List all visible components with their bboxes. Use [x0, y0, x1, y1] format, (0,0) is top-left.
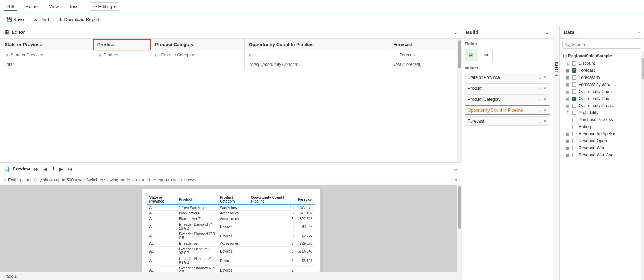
- data-item[interactable]: Σ Probability: [560, 109, 641, 116]
- data-item-checkbox[interactable]: [572, 89, 576, 94]
- save-button[interactable]: 💾 Save: [4, 16, 26, 23]
- col-header-forecast[interactable]: Forecast: [389, 39, 462, 50]
- preview-table-cell: E-reader Diamond 7" 16 GB: [177, 222, 218, 231]
- value-item[interactable]: Product Category ⌄ ✕: [465, 94, 550, 104]
- data-item-checkbox[interactable]: [572, 125, 576, 129]
- data-item[interactable]: Purchase Process: [560, 116, 641, 123]
- data-item[interactable]: ▦ Forecast: [560, 67, 641, 74]
- data-item-label: Opportunity Count: [579, 89, 613, 94]
- value-item[interactable]: Product ⌄ ✕: [465, 83, 550, 93]
- data-item-checkbox[interactable]: [572, 104, 576, 108]
- close-icon[interactable]: ✕: [543, 97, 547, 102]
- data-item-checkbox[interactable]: [572, 97, 576, 101]
- data-item[interactable]: ▦ Forecast %: [560, 74, 641, 81]
- preview-title: Preview: [13, 166, 30, 172]
- preview-scrollbar[interactable]: [457, 185, 462, 272]
- value-item[interactable]: Opportunity Count In Pipeline ⌄ ✕: [465, 105, 550, 115]
- data-search-box[interactable]: 🔍: [562, 41, 641, 49]
- download-button[interactable]: ⬇ Download Report: [57, 16, 101, 23]
- data-item-checkbox[interactable]: [572, 111, 576, 115]
- editor-table-scroll[interactable]: State or Province Product Product Catego…: [0, 39, 462, 162]
- data-expand-icon[interactable]: »: [637, 30, 640, 35]
- data-item[interactable]: ▦ Revenue Open: [560, 137, 641, 144]
- data-item-checkbox[interactable]: [572, 139, 576, 143]
- chevron-down-icon[interactable]: ⌄: [538, 97, 542, 102]
- cell-category: ⊞ Product Category: [151, 50, 244, 60]
- editing-button[interactable]: ✏ Editing ▾: [90, 2, 120, 11]
- menu-view[interactable]: View: [46, 2, 62, 11]
- preview-table-cell: 5: [249, 231, 296, 241]
- editor-scrollbar[interactable]: [457, 39, 462, 162]
- value-item-label: Forecast: [468, 119, 484, 124]
- menu-file[interactable]: File: [4, 2, 17, 11]
- data-item[interactable]: ▦ Revenue Won: [560, 144, 641, 151]
- print-button[interactable]: 🖨 Print: [32, 16, 51, 23]
- data-item-checkbox[interactable]: [572, 75, 576, 80]
- info-close-icon[interactable]: ✕: [454, 178, 458, 182]
- col-header-state[interactable]: State or Province: [0, 39, 93, 50]
- field-type-icon: ▦: [565, 97, 570, 101]
- search-input[interactable]: [572, 42, 639, 47]
- preview-table-cell: E-reader Diamond 7" 8 GB: [177, 231, 218, 241]
- table-field-icon[interactable]: ⊞: [465, 49, 477, 61]
- data-item[interactable]: ▦ Forecast by Win/L...: [560, 81, 641, 88]
- prev-page-button[interactable]: ◀: [42, 166, 49, 173]
- editor-title: Editor: [12, 30, 25, 35]
- data-scrollbar[interactable]: [641, 51, 644, 280]
- value-item-actions: ⌄ ✕: [538, 86, 547, 91]
- data-item-checkbox[interactable]: [572, 61, 576, 66]
- data-item[interactable]: Σ Discount: [560, 60, 641, 67]
- preview-table-cell: Accessories: [218, 211, 249, 216]
- chevron-down-icon[interactable]: ⌄: [538, 75, 542, 80]
- menu-home[interactable]: Home: [23, 2, 40, 11]
- edit-field-icon[interactable]: ✏: [480, 49, 493, 61]
- preview-collapse-icon[interactable]: ⌄: [453, 166, 458, 172]
- next-page-button[interactable]: ▶: [58, 166, 65, 173]
- preview-table-cell: Accessories: [218, 241, 249, 247]
- preview-table-row: AL1 Year WarrantyWarranties13$77,673: [147, 205, 315, 211]
- editor-panel: ⊞ Editor ⌄ State or Province: [0, 26, 462, 280]
- last-page-button[interactable]: ⏭: [66, 166, 74, 173]
- values-label: Values: [465, 66, 550, 70]
- value-item[interactable]: Forecast ⌄ ✕: [465, 116, 550, 126]
- data-item-checkbox[interactable]: [572, 132, 576, 136]
- preview-table-row: ALE-reader Platinum 8" 32 GBDevices9$114…: [147, 247, 315, 256]
- close-icon[interactable]: ✕: [543, 75, 547, 80]
- col-header-product[interactable]: Product: [93, 39, 151, 50]
- field-type-icon: ▦: [565, 139, 570, 143]
- menu-insert[interactable]: Insert: [67, 2, 84, 11]
- data-item[interactable]: ▦ Opportunity Crea...: [560, 102, 641, 109]
- col-header-category[interactable]: Product Category: [151, 39, 244, 50]
- data-item[interactable]: ▦ Revenue In Pipeline: [560, 130, 641, 137]
- data-item-checkbox[interactable]: [572, 68, 576, 73]
- preview-table-cell: AL: [147, 205, 177, 211]
- data-item-checkbox[interactable]: [572, 146, 576, 150]
- close-icon[interactable]: ✕: [543, 107, 547, 113]
- data-item-checkbox[interactable]: [572, 82, 576, 87]
- data-item[interactable]: Rating: [560, 123, 641, 130]
- value-item[interactable]: State or Province ⌄ ✕: [465, 73, 550, 82]
- field-type-icon: ▦: [565, 89, 570, 94]
- data-section-header[interactable]: ⊞ RegionalSalesSample ···: [560, 52, 641, 60]
- data-item-checkbox[interactable]: [572, 118, 576, 122]
- preview-table-cell: Warranties: [218, 205, 249, 211]
- data-item-checkbox[interactable]: [572, 153, 576, 157]
- close-icon[interactable]: ✕: [543, 86, 547, 91]
- page-footer: Page 1: [0, 272, 462, 280]
- section-more-icon[interactable]: ···: [634, 54, 638, 58]
- chevron-down-icon[interactable]: ⌄: [538, 107, 542, 113]
- close-icon[interactable]: ✕: [543, 118, 547, 124]
- build-expand-icon[interactable]: »: [546, 30, 549, 35]
- chevron-down-icon[interactable]: ⌄: [538, 86, 542, 91]
- col-header-opp[interactable]: Opportunity Count In Pipeline: [244, 39, 389, 50]
- data-item-label: Opportunity Cou...: [579, 96, 613, 101]
- chevron-down-icon[interactable]: ⌄: [538, 118, 542, 124]
- data-item[interactable]: ▦ Revenue Won Ave...: [560, 151, 641, 158]
- preview-scrollbar-thumb: [458, 186, 461, 229]
- editor-collapse-icon[interactable]: ⌄: [453, 29, 458, 36]
- data-item[interactable]: ▦ Opportunity Count: [560, 88, 641, 95]
- preview-title-group: 📊 Preview ⏮ ◀ 1 ▶ ⏭: [4, 166, 74, 173]
- data-item[interactable]: ▦ Opportunity Cou...: [560, 95, 641, 102]
- editor-title-group: ⊞ Editor: [4, 29, 25, 36]
- first-page-button[interactable]: ⏮: [33, 166, 40, 173]
